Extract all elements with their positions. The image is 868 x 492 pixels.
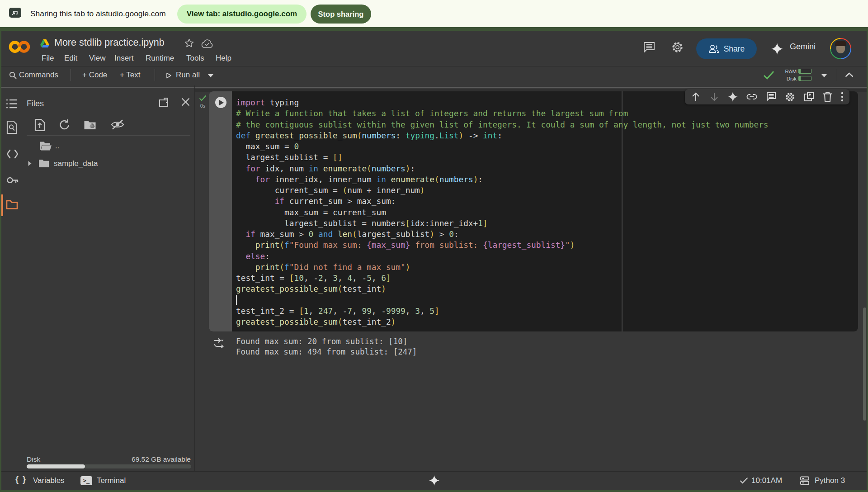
- commands-button[interactable]: Commands: [19, 70, 58, 80]
- add-text-button[interactable]: + Text: [120, 70, 141, 80]
- hide-hidden-files-icon[interactable]: [111, 119, 124, 130]
- cell-output: Found max sum: 20 from sublist: [10]Foun…: [236, 336, 417, 358]
- disk-usage-fill: [27, 464, 85, 468]
- shared-tab-border-top: [0, 27, 868, 31]
- add-code-button[interactable]: + Code: [82, 70, 107, 80]
- disk-available-label: 69.52 GB available: [90, 455, 191, 464]
- menu-runtime[interactable]: Runtime: [146, 54, 174, 63]
- gemini-label[interactable]: Gemini: [790, 42, 816, 52]
- open-panel-window-icon[interactable]: [159, 97, 169, 107]
- output-icon: [214, 338, 224, 349]
- code-snippets-icon[interactable]: [6, 149, 19, 159]
- files-divider: [27, 135, 190, 136]
- resources-dropdown-icon[interactable]: [821, 74, 827, 78]
- close-files-panel-icon[interactable]: [181, 97, 190, 107]
- connected-check-icon: [740, 477, 748, 484]
- mirror-cell-icon[interactable]: [804, 92, 814, 102]
- secrets-key-icon[interactable]: [6, 175, 19, 185]
- menu-edit[interactable]: Edit: [64, 54, 77, 63]
- variables-button[interactable]: Variables: [33, 476, 65, 486]
- files-folder-icon[interactable]: [6, 199, 18, 210]
- last-saved-time: 10:01AM: [751, 476, 782, 486]
- upload-file-icon[interactable]: [34, 118, 45, 132]
- move-cell-down-icon[interactable]: [709, 92, 719, 102]
- star-icon[interactable]: [184, 38, 194, 48]
- resources-check-icon: [763, 71, 774, 80]
- files-panel-title: Files: [27, 99, 44, 109]
- toolbar-divider: [71, 69, 71, 81]
- refresh-files-icon[interactable]: [59, 119, 70, 131]
- menu-help[interactable]: Help: [216, 54, 231, 63]
- terminal-button[interactable]: Terminal: [97, 476, 126, 486]
- cell-sparkle-icon[interactable]: [728, 92, 738, 102]
- search-icon: [9, 71, 17, 79]
- parent-folder-icon: [39, 141, 52, 151]
- menu-file[interactable]: File: [42, 54, 54, 63]
- variables-icon: { }: [15, 475, 27, 484]
- cell-toolbar: [685, 89, 849, 104]
- disk-usage-label: Disk: [27, 455, 40, 464]
- disk-meter[interactable]: [798, 76, 811, 81]
- avatar[interactable]: [830, 38, 851, 59]
- delete-cell-icon[interactable]: [823, 92, 832, 102]
- table-of-contents-icon[interactable]: [6, 99, 17, 109]
- cell-success-icon: [199, 95, 207, 101]
- menu-view[interactable]: View: [89, 54, 106, 63]
- screen-share-icon: [9, 8, 21, 18]
- cell-gutter: [209, 91, 232, 331]
- scrollbar-thumb[interactable]: [863, 308, 866, 421]
- folder-icon: [38, 159, 49, 168]
- settings-gear-icon[interactable]: [671, 41, 684, 53]
- mount-drive-icon[interactable]: [84, 120, 96, 130]
- collapse-toolbar-icon[interactable]: [845, 72, 854, 77]
- view-tab-button[interactable]: View tab: aistudio.google.com: [177, 5, 307, 24]
- cell-settings-icon[interactable]: [785, 92, 795, 102]
- cloud-save-icon[interactable]: [201, 39, 213, 48]
- runtime-rack-icon: [800, 476, 810, 486]
- code-cell[interactable]: import typing# Write a function that tak…: [209, 91, 858, 331]
- ram-meter[interactable]: [798, 69, 811, 74]
- move-cell-up-icon[interactable]: [691, 92, 701, 102]
- sharing-message: Sharing this tab to aistudio.google.com: [30, 0, 166, 27]
- menu-insert[interactable]: Insert: [114, 54, 134, 63]
- text-cursor: [236, 295, 237, 305]
- share-button[interactable]: Share: [696, 38, 757, 59]
- notebook-title[interactable]: More stdlib practice.ipynb: [54, 37, 165, 48]
- disk-label-toolbar: Disk: [776, 76, 797, 82]
- tab-sharing-bar: Sharing this tab to aistudio.google.com …: [0, 0, 868, 27]
- ram-label: RAM: [776, 69, 797, 75]
- run-cell-button[interactable]: [215, 97, 226, 108]
- menu-tools[interactable]: Tools: [186, 54, 204, 63]
- toolbar-divider: [837, 69, 837, 81]
- cell-exec-time: 0s: [198, 103, 208, 109]
- terminal-icon: >_: [80, 476, 92, 485]
- runtime-type-label[interactable]: Python 3: [815, 476, 845, 486]
- toolbar-divider: [155, 69, 155, 81]
- run-all-button[interactable]: Run all: [176, 70, 200, 80]
- add-comment-icon[interactable]: [766, 92, 776, 102]
- run-all-dropdown-icon[interactable]: [208, 74, 214, 78]
- comments-icon[interactable]: [643, 42, 655, 53]
- parent-folder-item[interactable]: ..: [55, 142, 59, 151]
- more-options-icon[interactable]: [841, 92, 844, 102]
- expand-caret-icon[interactable]: [28, 161, 32, 166]
- find-replace-icon[interactable]: [6, 120, 18, 134]
- shared-tab-border-left: [0, 27, 1, 492]
- share-label: Share: [724, 44, 745, 54]
- active-panel-indicator: [1, 194, 3, 216]
- panel-divider[interactable]: [194, 85, 195, 471]
- colab-logo[interactable]: [9, 39, 31, 55]
- gemini-sparkle-icon[interactable]: [771, 43, 783, 55]
- run-all-icon[interactable]: [166, 72, 172, 79]
- copy-link-icon[interactable]: [746, 92, 757, 102]
- stop-sharing-button[interactable]: Stop sharing: [311, 5, 371, 24]
- sample-data-folder-item[interactable]: sample_data: [54, 159, 98, 168]
- people-icon: [708, 44, 719, 53]
- code-editor[interactable]: import typing# Write a function that tak…: [236, 97, 769, 327]
- footer-sparkle-icon[interactable]: [429, 475, 439, 486]
- drive-file-icon: [40, 39, 50, 48]
